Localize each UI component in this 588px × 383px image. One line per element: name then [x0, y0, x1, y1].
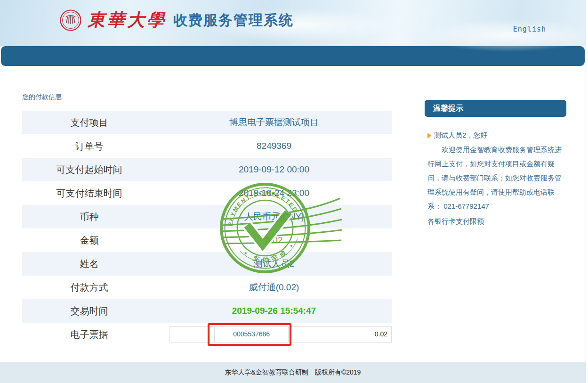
row-label: 可支付起始时间: [22, 163, 156, 176]
sidebar-message: 欢迎使用金智教育收费服务管理系统进行网上支付，如您对支付项目或金额有疑问，请与收…: [427, 143, 564, 213]
bank-card-limit-link[interactable]: 各银行卡支付限额: [427, 214, 484, 228]
payment-info-section-title: 您的付款信息: [22, 93, 62, 101]
table-row: 可支付起始时间 2019-09-12 00:00: [22, 158, 392, 181]
table-row: 支付项目 博思电子票据测试项目: [22, 111, 392, 134]
table-row: 订单号 8249369: [22, 134, 392, 158]
header: 東華大學 收费服务管理系统 English: [0, 0, 586, 46]
row-value: 威付通(0.02): [156, 281, 392, 293]
row-label: 交易时间: [22, 305, 156, 318]
row-label: 金额: [22, 234, 156, 247]
row-label: 电子票据: [22, 328, 156, 341]
system-title: 收费服务管理系统: [173, 11, 294, 30]
english-language-link[interactable]: English: [513, 25, 546, 33]
sidebar-tips: 温馨提示 测试人员2，您好 欢迎使用金智教育收费服务管理系统进行网上支付，如您对…: [425, 100, 566, 228]
university-name: 東華大學: [88, 8, 167, 32]
table-row-invoice: 电子票据 0005537686 0.02: [22, 323, 392, 346]
row-label: 姓名: [22, 258, 156, 270]
university-seal-icon: [59, 9, 82, 32]
sidebar-greeting: 测试人员2，您好: [427, 131, 564, 140]
row-value-transaction-time: 2019-09-26 15:54:47: [156, 306, 392, 316]
cloud-decoration: [424, 19, 588, 52]
row-label: 订单号: [22, 140, 156, 153]
sidebar-body: 测试人员2，您好 欢迎使用金智教育收费服务管理系统进行网上支付，如您对支付项目或…: [425, 117, 566, 228]
row-label: 可支付结束时间: [22, 187, 156, 200]
row-value: 博思电子票据测试项目: [156, 116, 392, 129]
orange-arrow-icon: [427, 133, 431, 139]
payment-completed-stamp: PAYMENT COMPLETED • 支付完成 •: [214, 180, 346, 279]
logo-area: 東華大學 收费服务管理系统: [59, 8, 294, 32]
row-value: 8249369: [156, 141, 392, 151]
row-label: 支付项目: [22, 116, 156, 129]
main-content: 您的付款信息 支付项目 博思电子票据测试项目 订单号 8249369 可支付起始…: [0, 66, 586, 362]
row-label: 付款方式: [22, 281, 156, 294]
table-row: 交易时间 2019-09-26 15:54:47: [22, 299, 392, 323]
invoice-spacer-cell: [289, 327, 327, 342]
row-label: 币种: [22, 211, 156, 223]
annotation-highlight-box: [208, 323, 291, 346]
page: 東華大學 收费服务管理系统 English 您的付款信息 支付项目 博思电子票据…: [0, 0, 586, 383]
invoice-amount-cell: 0.02: [327, 327, 392, 342]
footer: 东华大学&金智教育联合研制 版权所有©2019: [0, 362, 586, 383]
row-value: 2019-09-12 00:00: [156, 164, 392, 175]
greeting-text: 测试人员2，您好: [434, 131, 487, 140]
sidebar-title: 温馨提示: [425, 100, 566, 117]
